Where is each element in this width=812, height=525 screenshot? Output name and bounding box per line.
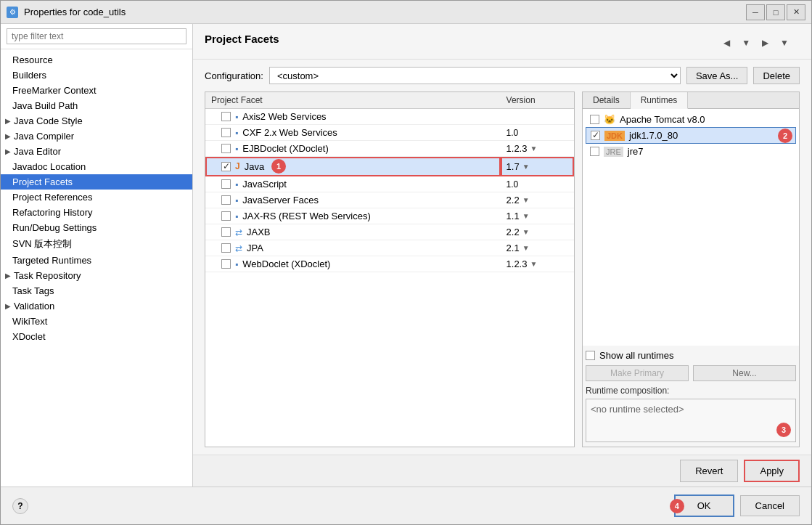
sidebar-item-freemarker[interactable]: FreeMarker Context	[1, 83, 192, 98]
runtime-item-jdk[interactable]: JDK jdk1.7.0_80 2	[586, 127, 796, 144]
sidebar-item-project-facets[interactable]: Project Facets	[1, 174, 192, 190]
nav-dropdown-button[interactable]: ▼	[737, 36, 755, 50]
maximize-button[interactable]: □	[766, 4, 785, 20]
facet-checkbox[interactable]	[221, 112, 231, 121]
facet-checkbox[interactable]	[221, 227, 231, 237]
filter-input[interactable]	[7, 28, 186, 44]
sidebar-item-label: Run/Debug Settings	[12, 222, 97, 233]
version-cell: 1.1 ▼	[501, 208, 574, 224]
help-button[interactable]: ?	[12, 498, 28, 514]
cancel-button[interactable]: Cancel	[740, 495, 800, 516]
sidebar-item-project-references[interactable]: Project References	[1, 190, 192, 205]
apply-button[interactable]: Apply	[744, 460, 800, 482]
version-dropdown-icon[interactable]: ▼	[522, 228, 530, 236]
facet-checkbox[interactable]	[221, 162, 231, 171]
facet-checkbox[interactable]	[221, 259, 231, 269]
row-expand-arrow: ▶	[211, 145, 217, 152]
facet-checkbox[interactable]	[221, 128, 231, 137]
sidebar-item-label: Task Repository	[14, 270, 81, 281]
facet-doc-icon: ▪	[235, 211, 238, 221]
close-button[interactable]: ✕	[787, 4, 805, 20]
facet-checkbox[interactable]	[221, 243, 231, 253]
sidebar-item-targeted-runtimes[interactable]: Targeted Runtimes	[1, 253, 192, 268]
bottom-left: ?	[12, 498, 28, 514]
runtime-checkbox-jdk[interactable]	[591, 131, 600, 140]
ok-button[interactable]: OK 4	[674, 495, 734, 517]
save-as-button[interactable]: Save As...	[686, 67, 748, 84]
new-runtime-button[interactable]: New...	[693, 365, 796, 381]
sidebar-item-label: Targeted Runtimes	[12, 255, 91, 266]
facet-label: WebDoclet (XDoclet)	[242, 259, 330, 269]
runtime-item-jre7[interactable]: JRE jre7	[586, 144, 796, 159]
details-tabs: Details Runtimes	[583, 92, 799, 109]
sidebar-item-resource[interactable]: Resource	[1, 52, 192, 68]
version-dropdown-icon[interactable]: ▼	[522, 244, 530, 252]
runtime-label: Apache Tomcat v8.0	[620, 114, 705, 125]
make-primary-button[interactable]: Make Primary	[586, 365, 689, 381]
sidebar-item-builders[interactable]: Builders	[1, 68, 192, 83]
facet-check-container: ▶ ⇄ JPA	[211, 243, 495, 253]
facet-cell: ▶ ▪ WebDoclet (XDoclet)	[205, 256, 501, 272]
panel-title: Project Facets	[205, 33, 279, 45]
facet-doc-icon: ▪	[235, 259, 238, 269]
runtime-checkbox-tomcat[interactable]	[590, 115, 599, 124]
version-dropdown-icon[interactable]: ▼	[522, 163, 530, 171]
sidebar-item-java-code-style[interactable]: ▶ Java Code Style	[1, 113, 192, 129]
nav-back-button[interactable]: ◀	[718, 36, 735, 50]
tab-details[interactable]: Details	[583, 92, 631, 108]
sidebar-item-javadoc-location[interactable]: Javadoc Location	[1, 159, 192, 174]
facet-checkbox[interactable]	[221, 195, 231, 205]
runtime-checkbox-jre7[interactable]	[590, 147, 599, 156]
version-cell: 2.2 ▼	[501, 192, 574, 208]
tab-runtimes[interactable]: Runtimes	[631, 92, 689, 109]
sidebar-item-java-compiler[interactable]: ▶ Java Compiler	[1, 129, 192, 144]
facet-cell: ▶ ⇄ JPA	[205, 240, 501, 256]
window-title: Properties for code_utils	[24, 7, 740, 17]
sidebar-item-refactoring-history[interactable]: Refactoring History	[1, 205, 192, 220]
sidebar-item-run-debug[interactable]: Run/Debug Settings	[1, 220, 192, 235]
sidebar-item-task-tags[interactable]: Task Tags	[1, 283, 192, 298]
facet-checkbox[interactable]	[221, 179, 231, 189]
version-dropdown-icon[interactable]: ▼	[530, 145, 537, 152]
facet-cell: ▶ ▪ CXF 2.x Web Services	[205, 125, 501, 141]
version-dropdown-icon[interactable]: ▼	[522, 196, 530, 204]
table-row: ▶ ▪ WebDoclet (XDoclet) 1.2.3 ▼	[205, 256, 574, 272]
revert-button[interactable]: Revert	[680, 460, 738, 482]
config-select[interactable]: <custom>	[269, 67, 681, 84]
sidebar-item-validation[interactable]: ▶ Validation	[1, 298, 192, 314]
details-content: 🐱 Apache Tomcat v8.0 JDK jdk1.7.0_80 2	[583, 109, 799, 346]
sidebar-item-task-repository[interactable]: ▶ Task Repository	[1, 268, 192, 283]
facet-checkbox[interactable]	[221, 144, 231, 153]
facet-check-container: ▶ ▪ Axis2 Web Services	[211, 111, 495, 122]
version-cell: 1.7 ▼	[501, 157, 574, 176]
panel-body: Configuration: <custom> Save As... Delet…	[193, 60, 811, 455]
facet-doc-icon: ▪	[235, 179, 238, 190]
bottom-bar: ? OK 4 Cancel	[1, 487, 811, 524]
facet-cell: ▶ ▪ JavaServer Faces	[205, 192, 501, 208]
nav-forward-button[interactable]: ▶	[757, 36, 774, 50]
row-expand-arrow: ▶	[211, 260, 217, 268]
table-row: ▶ ⇄ JPA 2.1 ▼	[205, 240, 574, 256]
delete-button[interactable]: Delete	[753, 67, 800, 84]
sidebar-item-svn[interactable]: SVN 版本控制	[1, 235, 192, 253]
facet-checkbox[interactable]	[221, 211, 231, 221]
facets-table-container: Project Facet Version ▶	[205, 91, 575, 447]
minimize-button[interactable]: ─	[746, 4, 765, 20]
facet-check-container: ▶ ▪ JavaServer Faces	[211, 195, 495, 205]
facet-cell: ▶ ▪ JavaScript	[205, 176, 501, 192]
version-dropdown-icon[interactable]: ▼	[530, 260, 537, 268]
nav-arrows: ◀ ▼ ▶ ▼	[713, 33, 800, 53]
sidebar-item-label: Java Editor	[14, 146, 61, 157]
version-dropdown-icon[interactable]: ▼	[522, 212, 530, 220]
nav-forward-dropdown-button[interactable]: ▼	[775, 36, 794, 50]
jre-icon: JRE	[604, 147, 623, 157]
sidebar-tree: Resource Builders FreeMarker Context Jav…	[1, 49, 192, 487]
sidebar-item-java-editor[interactable]: ▶ Java Editor	[1, 144, 192, 159]
show-all-runtimes-checkbox[interactable]	[586, 351, 595, 360]
facets-area: Project Facet Version ▶	[205, 91, 800, 447]
action-buttons-bar: Revert Apply	[193, 455, 811, 487]
sidebar-item-xdoclet[interactable]: XDoclet	[1, 329, 192, 344]
sidebar-item-wikitext[interactable]: WikiText	[1, 314, 192, 329]
runtime-item-tomcat[interactable]: 🐱 Apache Tomcat v8.0	[586, 112, 796, 127]
sidebar-item-java-build-path[interactable]: Java Build Path	[1, 98, 192, 113]
